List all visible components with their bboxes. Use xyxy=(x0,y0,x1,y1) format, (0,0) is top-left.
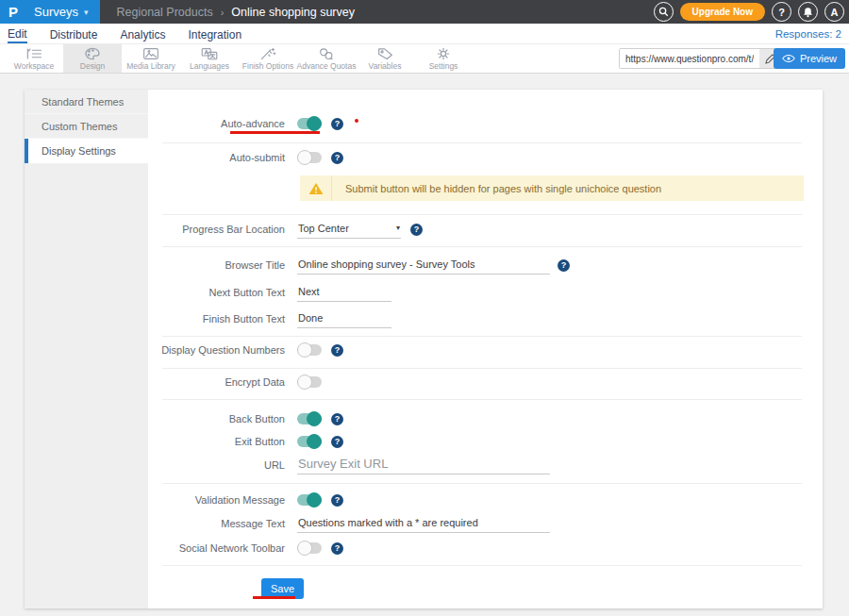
auto-submit-toggle[interactable] xyxy=(297,152,322,163)
chevron-down-icon: ▾ xyxy=(84,8,89,17)
progress-bar-location-label: Progress Bar Location xyxy=(148,224,285,235)
toggle-knob xyxy=(307,434,322,449)
brand-area: P Surveys ▾ xyxy=(0,0,100,24)
validation-message-toggle[interactable] xyxy=(297,494,322,506)
annotation-underline-auto-advance xyxy=(230,131,320,134)
magic-wand-icon xyxy=(259,47,276,60)
responses-count[interactable]: Responses: 2 xyxy=(775,28,841,40)
row-display-question-numbers: Display Question Numbers ? xyxy=(148,339,802,361)
row-back-button: Back Button ? xyxy=(148,408,802,430)
toggle-knob xyxy=(297,375,312,390)
preview-button[interactable]: Preview xyxy=(774,48,845,69)
preview-label: Preview xyxy=(800,53,837,64)
encrypt-data-toggle[interactable] xyxy=(297,376,322,388)
toolbar-item-label: Design xyxy=(80,61,105,71)
encrypt-data-label: Encrypt Data xyxy=(148,376,285,388)
finish-button-text-input[interactable] xyxy=(297,310,391,328)
auto-advance-toggle[interactable] xyxy=(297,118,322,129)
exit-button-toggle[interactable] xyxy=(297,436,322,447)
progress-bar-location-value: Top Center xyxy=(298,223,349,234)
help-icon[interactable]: ? xyxy=(331,413,343,425)
row-encrypt-data: Encrypt Data xyxy=(148,371,802,393)
help-icon[interactable]: ? xyxy=(331,494,343,507)
auto-submit-label: Auto-submit xyxy=(148,152,285,163)
divider xyxy=(162,368,802,369)
breadcrumb-separator: › xyxy=(221,7,225,18)
toolbar-item-advance-quotas[interactable]: Advance Quotas xyxy=(297,44,356,73)
annotation-underline-save xyxy=(253,596,295,599)
tab-integration[interactable]: Integration xyxy=(188,25,241,42)
back-button-toggle[interactable] xyxy=(297,413,322,425)
tab-distribute[interactable]: Distribute xyxy=(50,25,98,42)
help-icon[interactable]: ? xyxy=(331,436,343,448)
avatar[interactable]: A xyxy=(824,2,844,22)
help-icon[interactable]: ? xyxy=(558,259,570,272)
sidebar-item-standard-themes[interactable]: Standard Themes xyxy=(25,90,148,114)
product-name: Surveys xyxy=(34,5,78,19)
message-text-input[interactable] xyxy=(297,515,550,533)
divider xyxy=(162,565,802,566)
browser-title-label: Browser Title xyxy=(148,259,285,271)
search-icon xyxy=(658,7,669,17)
search-button[interactable] xyxy=(654,2,674,22)
toolbar-item-label: Media Library xyxy=(126,61,175,71)
toolbar-item-label: Finish Options xyxy=(242,61,293,71)
validation-message-label: Validation Message xyxy=(148,494,285,506)
finish-button-text-label: Finish Button Text xyxy=(148,313,285,325)
help-icon[interactable]: ? xyxy=(331,118,343,130)
sidebar-item-custom-themes[interactable]: Custom Themes xyxy=(25,114,148,139)
toggle-knob xyxy=(297,342,312,358)
survey-url-input[interactable] xyxy=(620,49,759,68)
content-area: Standard Themes Custom Themes Display Se… xyxy=(0,74,849,616)
row-exit-button: Exit Button ? xyxy=(148,430,802,453)
product-switcher[interactable]: Surveys ▾ xyxy=(26,5,100,19)
tab-edit[interactable]: Edit xyxy=(8,25,27,43)
help-icon[interactable]: ? xyxy=(331,542,343,555)
row-validation-message: Validation Message ? xyxy=(148,489,802,511)
toolbar-item-settings[interactable]: Settings xyxy=(414,44,473,73)
themes-sidebar: Standard Themes Custom Themes Display Se… xyxy=(25,90,148,608)
toolbar-item-label: Languages xyxy=(190,61,229,71)
notifications-button[interactable] xyxy=(798,2,818,22)
browser-title-input[interactable] xyxy=(297,257,550,275)
annotation-red-dot xyxy=(355,119,358,123)
social-network-toolbar-toggle[interactable] xyxy=(297,542,322,554)
divider xyxy=(162,336,802,337)
row-next-button-text: Next Button Text xyxy=(148,281,802,304)
toggle-knob xyxy=(307,411,322,426)
display-settings-card: Standard Themes Custom Themes Display Se… xyxy=(25,90,823,608)
toolbar-item-label: Variables xyxy=(369,61,402,71)
exit-url-input[interactable] xyxy=(297,457,550,474)
questionpro-logo[interactable]: P xyxy=(0,0,26,24)
back-button-label: Back Button xyxy=(148,413,285,425)
toolbar-item-finish-options[interactable]: Finish Options xyxy=(239,44,297,73)
help-icon[interactable]: ? xyxy=(331,344,343,357)
tab-analytics[interactable]: Analytics xyxy=(120,25,165,42)
toolbar-item-workspace[interactable]: Workspace xyxy=(5,44,63,73)
display-question-numbers-toggle[interactable] xyxy=(297,344,322,356)
sidebar-item-display-settings[interactable]: Display Settings xyxy=(25,139,148,163)
upgrade-now-button[interactable]: Upgrade Now xyxy=(680,3,765,21)
auto-submit-warning: Submit button will be hidden for pages w… xyxy=(300,175,804,201)
image-icon xyxy=(142,47,159,60)
help-button[interactable]: ? xyxy=(772,2,791,22)
help-icon[interactable]: ? xyxy=(331,152,343,164)
progress-bar-location-select[interactable]: Top Center ▾ xyxy=(297,221,401,239)
toolbar-item-media-library[interactable]: Media Library xyxy=(122,44,180,73)
toolbar-item-languages[interactable]: Languages xyxy=(180,44,239,73)
toggle-knob xyxy=(307,116,322,131)
toolbar-item-variables[interactable]: Variables xyxy=(356,44,414,73)
translate-icon xyxy=(201,47,218,60)
breadcrumb-folder[interactable]: Regional Products xyxy=(117,6,213,19)
warning-text: Submit button will be hidden for pages w… xyxy=(332,175,661,201)
toolbar-item-design[interactable]: Design xyxy=(63,44,122,73)
toggle-knob xyxy=(297,150,312,165)
topbar: P Surveys ▾ Regional Products › Online s… xyxy=(0,0,849,24)
next-button-text-label: Next Button Text xyxy=(148,287,285,298)
row-exit-url: URL xyxy=(148,453,802,477)
toolbar-item-label: Advance Quotas xyxy=(297,61,357,71)
next-button-text-input[interactable] xyxy=(297,284,391,302)
chevron-down-icon: ▾ xyxy=(396,224,400,232)
help-icon[interactable]: ? xyxy=(410,224,423,236)
breadcrumb: Regional Products › Online shopping surv… xyxy=(100,0,355,24)
